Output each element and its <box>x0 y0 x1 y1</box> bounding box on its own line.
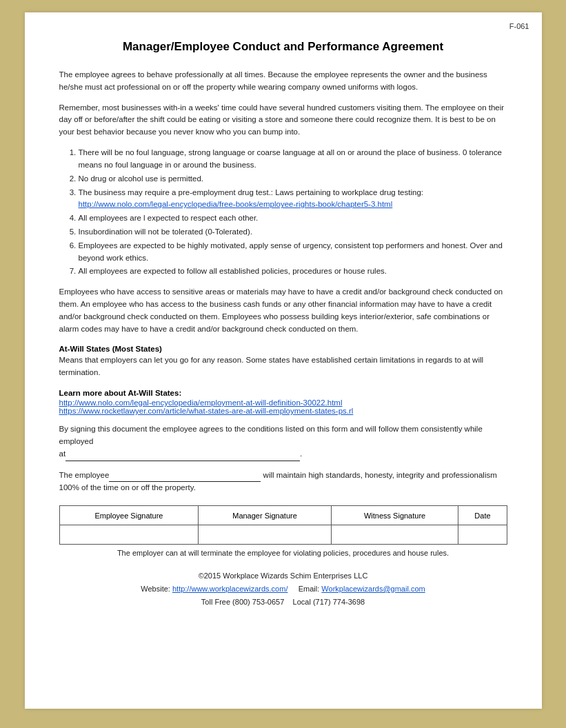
document-page: F-061 Manager/Employee Conduct and Perfo… <box>25 12 542 709</box>
paragraph-3: Employees who have access to sensitive a… <box>59 286 507 335</box>
footer-note: The employer can at will terminate the e… <box>59 549 507 557</box>
signature-blank-row <box>59 525 507 545</box>
signature-header-row: Employee Signature Manager Signature Wit… <box>59 506 507 525</box>
form-id: F-061 <box>509 22 529 30</box>
paragraph-5: The employee will maintain high standard… <box>59 469 507 495</box>
paragraph-2: Remember, most businesses with-in a week… <box>59 102 507 139</box>
footer-copyright: ©2015 Workplace Wizards Schim Enterprise… <box>59 569 507 608</box>
website-label: Website: <box>141 585 170 593</box>
list-item-1: There will be no foul language, strong l… <box>79 147 507 172</box>
signature-table: Employee Signature Manager Signature Wit… <box>59 505 507 545</box>
conduct-list: There will be no foul language, strong l… <box>79 147 507 278</box>
phone-line: Toll Free (800) 753-0657 Local (717) 774… <box>59 596 507 609</box>
employee-name-line <box>109 469 261 483</box>
email-link[interactable]: Workplacewizards@gmail.com <box>321 585 425 593</box>
sig-col-witness: Witness Signature <box>331 506 458 525</box>
list-item-3: The business may require a pre-employmen… <box>79 187 507 212</box>
website-link[interactable]: http://www.workplacewizards.com/ <box>172 585 288 593</box>
signature-at-line <box>65 448 300 461</box>
at-will-link-2[interactable]: https://www.rocketlawyer.com/article/wha… <box>59 407 507 415</box>
at-will-body: Means that employers can let you go for … <box>59 354 507 379</box>
list-item-7: All employees are expected to follow all… <box>79 265 507 278</box>
list-item-5: Insubordination will not be tolerated (0… <box>79 226 507 239</box>
learn-more-heading: Learn more about At-Will States: <box>59 389 507 397</box>
sig-col-date: Date <box>458 506 507 525</box>
document-title: Manager/Employee Conduct and Performance… <box>59 40 507 54</box>
sig-blank-witness <box>331 525 458 545</box>
sig-col-manager: Manager Signature <box>199 506 331 525</box>
list-item-4: All employees are l expected to respect … <box>79 212 507 225</box>
list-item-2: No drug or alcohol use is permitted. <box>79 173 507 185</box>
sig-blank-employee <box>59 525 199 545</box>
email-label: Email: <box>299 585 320 593</box>
list-item-6: Employees are expected to be highly moti… <box>79 240 507 265</box>
sig-blank-date <box>458 525 507 545</box>
sig-col-employee: Employee Signature <box>59 506 199 525</box>
drug-testing-link[interactable]: http://www.nolo.com/legal-encyclopedia/f… <box>79 200 393 208</box>
copyright-line: ©2015 Workplace Wizards Schim Enterprise… <box>59 569 507 583</box>
at-will-link-1[interactable]: http://www.nolo.com/legal-encyclopedia/e… <box>59 398 507 407</box>
sig-blank-manager <box>199 525 331 545</box>
at-label: at <box>59 449 66 458</box>
at-will-heading: At-Will States (Most States) <box>59 345 507 353</box>
paragraph-4: By signing this document the employee ag… <box>59 423 507 461</box>
website-line: Website: http://www.workplacewizards.com… <box>59 583 507 596</box>
paragraph-1: The employee agrees to behave profession… <box>59 69 507 94</box>
